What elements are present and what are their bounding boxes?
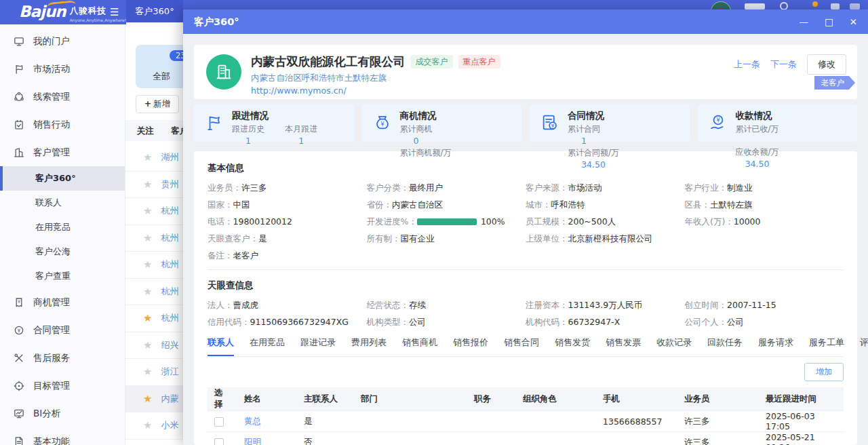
contact-row[interactable]: 黄总 是 13566688557 许三多 2025-06-03 17:05 xyxy=(208,411,844,432)
contact-name-link[interactable]: 阳明 xyxy=(244,437,261,445)
sidebar-item-customer[interactable]: 客户管理 xyxy=(0,138,125,166)
contact-title xyxy=(467,411,516,432)
sidebar-item-portal[interactable]: 我的门户 xyxy=(0,27,125,55)
sidebar-item-sales-action[interactable]: 销售行动 xyxy=(0,111,125,138)
customer-name-link[interactable]: 杭州 xyxy=(161,205,178,217)
related-tab[interactable]: 服务请求 xyxy=(758,336,793,355)
star-icon[interactable]: ★ xyxy=(143,419,152,431)
star-icon[interactable]: ★ xyxy=(143,339,152,351)
related-tab[interactable]: 费用列表 xyxy=(351,336,387,355)
sidebar: 我的门户 市场活动 线索管理 销售行动 客户管理 客户360° 联系人 在用竞品… xyxy=(0,24,125,445)
star-icon[interactable]: ★ xyxy=(143,286,152,298)
stat-metric: 累计已收/万 xyxy=(736,123,779,145)
sidebar-item-target[interactable]: 目标管理 xyxy=(0,372,125,400)
receipt-yen-icon: ¥ xyxy=(14,297,24,308)
customer-name-link[interactable]: 杭州 xyxy=(161,286,178,298)
related-tabs: 联系人在用竞品跟进记录费用列表销售商机销售报价销售合同销售发货销售发票收款记录回… xyxy=(208,336,844,357)
related-tab[interactable]: 收款记录 xyxy=(656,336,692,355)
sidebar-subitem-label: 客户公海 xyxy=(35,246,71,256)
related-tab[interactable]: 在用竞品 xyxy=(250,336,285,355)
close-icon[interactable]: ✕ xyxy=(850,9,857,34)
star-icon[interactable]: ★ xyxy=(143,258,152,271)
contact-owner: 许三多 xyxy=(677,411,759,432)
customer-name-link[interactable]: 杭州 xyxy=(161,232,178,244)
row-checkbox[interactable] xyxy=(214,438,224,445)
sidebar-item-leads[interactable]: 线索管理 xyxy=(0,83,125,111)
star-icon[interactable]: ★ xyxy=(143,151,152,163)
contract-doc-icon: ¥ xyxy=(540,113,559,132)
related-tab[interactable]: 回款任务 xyxy=(707,336,743,355)
star-icon[interactable]: ★ xyxy=(143,393,152,405)
contact-owner: 许三多 xyxy=(677,432,759,445)
contact-name-link[interactable]: 黄总 xyxy=(244,416,261,426)
info-field: 客户来源：市场活动 xyxy=(526,183,685,193)
customer-name-link[interactable]: 绍兴 xyxy=(161,339,178,351)
sidebar-item-contract[interactable]: ¥ 合同管理 xyxy=(0,316,125,344)
related-tab[interactable]: 销售商机 xyxy=(402,336,437,355)
svg-text:¥: ¥ xyxy=(18,299,20,305)
sidebar-subitem[interactable]: 客户查重 xyxy=(0,264,125,288)
col-title: 职务 xyxy=(467,387,516,411)
target-icon xyxy=(14,381,24,391)
related-tab[interactable]: 销售合同 xyxy=(504,336,539,355)
info-field: 客户行业：制造业 xyxy=(685,183,844,193)
star-icon[interactable]: ★ xyxy=(143,178,152,191)
sidebar-item-after-sales[interactable]: 售后服务 xyxy=(0,344,125,372)
tab-customer-360[interactable]: 客户360° xyxy=(126,0,183,24)
related-tab[interactable]: 销售发票 xyxy=(606,336,641,355)
related-tab[interactable]: 跟进记录 xyxy=(300,336,336,355)
star-icon[interactable]: ★ xyxy=(143,366,152,378)
customer-name-link[interactable]: 贵州 xyxy=(161,178,178,191)
add-contact-button[interactable]: 增加 xyxy=(804,363,844,381)
related-tab[interactable]: 评论 xyxy=(860,336,868,355)
maximize-icon[interactable]: □ xyxy=(825,9,833,34)
next-record-link[interactable]: 下一条 xyxy=(770,58,797,71)
star-icon[interactable]: ★ xyxy=(143,205,152,217)
sidebar-subitem[interactable]: 客户公海 xyxy=(0,239,125,264)
modal-header: 客户360° — □ ✕ xyxy=(183,9,868,34)
customer-name-link[interactable]: 湖州 xyxy=(161,151,178,163)
topbar-user-text xyxy=(745,3,765,9)
info-field: 区县：土默特左旗 xyxy=(685,200,844,210)
related-tab[interactable]: 销售发货 xyxy=(555,336,590,355)
detail-card: 基本信息 业务员：许三多国家：中国电话：19800120012天眼查客户：是备注… xyxy=(194,151,857,445)
prev-record-link[interactable]: 上一条 xyxy=(734,58,760,71)
info-field: 业务员：许三多 xyxy=(208,183,367,193)
customer-name-link[interactable]: 小米 xyxy=(161,419,178,431)
customer-name-link[interactable]: 浙江 xyxy=(161,366,178,378)
sidebar-item-opportunity[interactable]: ¥ 商机管理 xyxy=(0,288,125,316)
customer-name-link[interactable]: 内蒙 xyxy=(161,393,178,405)
star-icon[interactable]: ★ xyxy=(143,232,152,244)
related-tab[interactable]: 销售报价 xyxy=(453,336,488,355)
sidebar-item-market[interactable]: 市场活动 xyxy=(0,55,125,83)
sidebar-subitem[interactable]: 在用竞品 xyxy=(0,215,125,239)
sidebar-item-label: 我的门户 xyxy=(33,35,70,47)
notification-dot-icon xyxy=(812,1,818,7)
related-tab[interactable]: 联系人 xyxy=(208,336,234,356)
row-checkbox[interactable] xyxy=(214,417,224,427)
info-field: 机构代码：66732947-X xyxy=(526,317,685,327)
customer-name-link[interactable]: 杭州 xyxy=(161,312,178,324)
sidebar-item-basic[interactable]: 基本功能 xyxy=(0,427,125,445)
minimize-icon[interactable]: — xyxy=(799,9,808,34)
customer-website-link[interactable]: http://www.mymos.cn/ xyxy=(251,85,857,96)
sidebar-subitem[interactable]: 联系人 xyxy=(0,191,125,215)
add-customer-button[interactable]: +新增 xyxy=(136,95,179,113)
related-tab[interactable]: 服务工单 xyxy=(809,336,844,355)
edit-button[interactable]: 修改 xyxy=(807,54,846,75)
filter-all-label: 全部 xyxy=(153,71,170,83)
topbar-icon-2[interactable] xyxy=(850,3,860,9)
info-field: 省份：内蒙古自治区 xyxy=(367,200,526,210)
topbar-icon-1[interactable] xyxy=(831,3,840,9)
sidebar-subitem[interactable]: 客户360° xyxy=(0,166,125,191)
info-field: 客户分类：最终用户 xyxy=(367,183,526,193)
info-column: 创立时间：2007-11-15公司个人：公司 xyxy=(685,301,844,334)
stats-row: 跟进情况 跟进历史1 本月跟进1 ¥ 商机情况 累计商机0 累计商机额/万 ¥ … xyxy=(194,104,857,142)
logo-text: Bajun xyxy=(19,2,66,21)
contact-row[interactable]: 阳明 否 许三多 2025-05-21 09:26 xyxy=(208,432,844,445)
star-icon[interactable]: ★ xyxy=(143,312,152,324)
customer-name-link[interactable]: 杭州 xyxy=(161,258,178,271)
document-icon xyxy=(14,436,24,445)
menu-icon[interactable]: ☰ xyxy=(110,0,119,24)
sidebar-item-bi[interactable]: BI分析 xyxy=(0,400,125,427)
